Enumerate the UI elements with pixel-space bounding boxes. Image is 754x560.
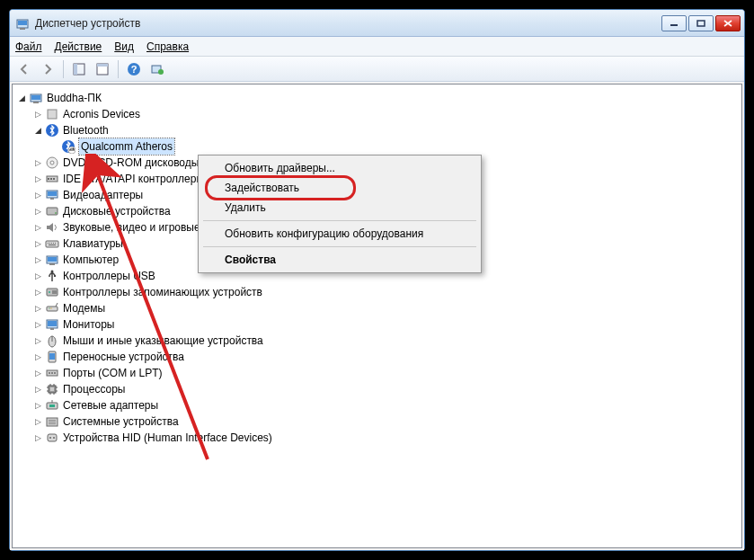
expand-icon[interactable]: ▷ [32,109,43,120]
svg-rect-8 [97,64,108,67]
tree-node[interactable]: ▷Переносные устройства [32,349,738,365]
svg-rect-26 [53,178,55,180]
tree-node[interactable]: Qualcomm Atheros [49,138,738,155]
forward-button[interactable] [37,58,58,80]
scan-button[interactable] [146,58,168,80]
expand-icon[interactable]: ▷ [32,173,43,184]
tree-node-label: Buddha-ПК [47,90,102,106]
ctx-delete[interactable]: Удалить [201,198,478,218]
port-icon [45,366,59,380]
svg-rect-1 [18,21,27,25]
svg-point-59 [49,372,50,374]
collapse-icon[interactable]: ◢ [32,125,43,136]
tree-node[interactable]: ▷Системные устройства [32,413,738,430]
ctx-scan-hardware[interactable]: Обновить конфигурацию оборудования [201,224,478,244]
minimize-button[interactable] [661,15,687,31]
expand-icon[interactable]: ▷ [32,271,43,281]
toolbar: ? [10,57,744,82]
svg-point-12 [158,69,164,75]
tree-node[interactable]: ▷Мыши и иные указывающие устройства [32,333,738,349]
expand-icon[interactable]: ▷ [32,319,43,330]
ctx-properties[interactable]: Свойства [201,250,478,270]
svg-rect-36 [53,243,54,244]
show-hide-button[interactable] [68,58,90,80]
menu-view[interactable]: Вид [114,40,134,53]
svg-rect-33 [48,243,49,244]
disk-icon [45,204,59,218]
close-button[interactable] [715,15,741,31]
ctx-update-drivers[interactable]: Обновить драйверы... [201,158,478,178]
menu-action[interactable]: Действие [55,40,102,53]
svg-rect-15 [33,102,39,103]
app-icon [15,16,30,31]
tree-node[interactable]: ▷Процессоры [32,381,738,397]
separator [63,60,64,78]
svg-point-43 [49,275,50,277]
svg-rect-44 [54,275,56,277]
expand-icon[interactable]: ▷ [32,351,43,362]
bluetooth-icon [45,123,59,138]
expand-icon[interactable]: ▷ [32,384,43,395]
svg-rect-29 [50,198,54,200]
svg-point-49 [49,307,49,308]
help-button[interactable]: ? [123,58,145,80]
back-button[interactable] [13,58,35,80]
expand-icon[interactable]: ▷ [32,157,43,168]
tree-node[interactable]: ◢Bluetooth [32,122,738,138]
svg-text:?: ? [131,64,137,75]
tree-node[interactable]: ◢Buddha-ПК [16,90,738,106]
expand-icon[interactable]: ▷ [32,190,43,200]
tree-node-label: Порты (COM и LPT) [63,365,163,381]
expand-icon[interactable]: ▷ [32,416,43,427]
svg-rect-38 [49,244,56,245]
tree-node-label: Компьютер [63,252,119,268]
expand-icon[interactable]: ▷ [32,238,43,249]
tree-node[interactable]: ▷Модемы [32,300,738,316]
expand-icon[interactable]: ▷ [32,400,43,411]
svg-rect-63 [50,387,54,391]
expand-icon[interactable]: ▷ [32,303,43,314]
tree-node-label: Клавиатуры [63,236,123,252]
menu-help[interactable]: Справка [146,40,189,53]
tree-node[interactable]: ▷Acronis Devices [32,106,738,122]
display-icon [45,188,59,202]
svg-rect-24 [48,178,49,180]
tree-node-label: Контроллеры USB [63,268,155,284]
maximize-button[interactable] [688,15,714,31]
device-tree-panel[interactable]: ◢Buddha-ПК▷Acronis Devices◢BluetoothQual… [12,84,742,548]
expand-icon[interactable]: ▷ [32,335,43,346]
svg-rect-3 [670,24,678,26]
system-icon [45,414,59,429]
collapse-icon[interactable]: ◢ [16,93,27,103]
tree-node-label: Дисковые устройства [63,203,171,219]
svg-point-80 [53,437,55,439]
tree-node[interactable]: ▷Порты (COM и LPT) [32,365,738,381]
titlebar[interactable]: Диспетчер устройств [10,10,744,37]
svg-rect-48 [47,307,58,311]
tree-node-label: Системные устройства [63,413,179,430]
tree-node[interactable]: ▷Мониторы [32,316,738,333]
menu-file[interactable]: Файл [15,40,42,53]
expand-icon[interactable]: ▷ [32,222,43,233]
bluetooth-disabled-icon [61,139,75,154]
content-area: ◢Buddha-ПК▷Acronis Devices◢BluetoothQual… [10,82,744,550]
hid-icon [45,431,59,445]
expand-icon[interactable]: ▷ [32,287,43,298]
expand-icon[interactable]: ▷ [32,206,43,217]
ctx-enable[interactable]: Задействовать [201,178,478,198]
tree-node-label: IDE ATA/ATAPI контроллеры [63,171,204,187]
tree-node[interactable]: ▷Контроллеры запоминающих устройств [32,284,738,300]
expand-icon[interactable]: ▷ [32,432,43,443]
ide-icon [45,172,59,186]
tree-node-label: Сетевые адаптеры [63,397,158,413]
generic-icon [45,107,59,121]
storage-icon [45,285,59,299]
tree-node[interactable]: ▷Сетевые адаптеры [32,397,738,413]
tree-node[interactable]: ▷Устройства HID (Human Interface Devices… [32,430,738,446]
svg-point-42 [51,271,54,273]
expand-icon[interactable]: ▷ [32,254,43,265]
expand-icon[interactable]: ▷ [32,368,43,378]
svg-point-61 [54,372,56,374]
properties-button[interactable] [92,58,113,80]
svg-point-79 [49,437,51,439]
